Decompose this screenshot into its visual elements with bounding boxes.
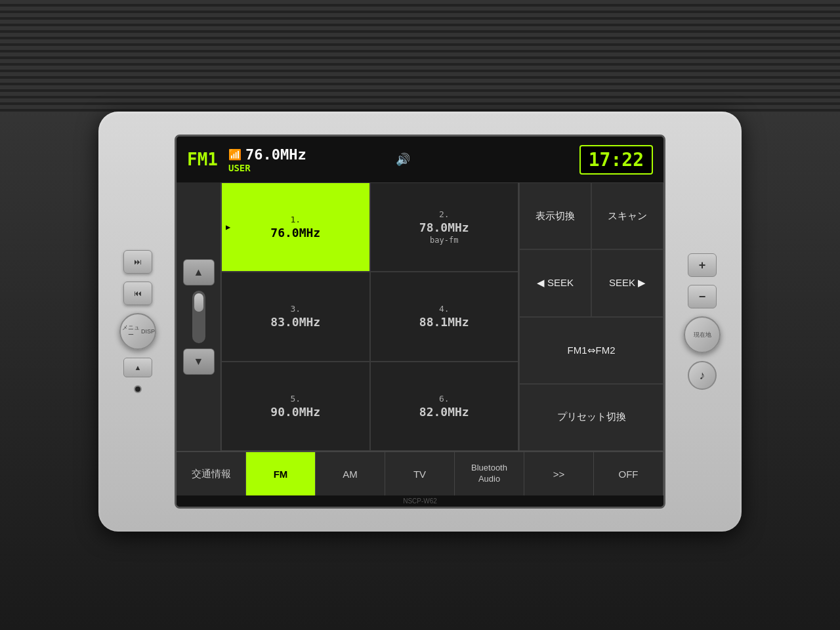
preset-2-name: bay-fm xyxy=(430,236,458,245)
tab-bluetooth-label: BluetoothAudio xyxy=(471,463,507,485)
tab-more[interactable]: >> xyxy=(524,452,594,495)
preset-3-freq: 83.0MHz xyxy=(270,315,320,329)
preset-6[interactable]: 6. 82.0MHz xyxy=(370,362,519,451)
scroll-control: ▲ ▼ xyxy=(177,182,221,451)
volume-up-button[interactable]: + xyxy=(688,253,717,277)
preset-4[interactable]: 4. 88.1MHz xyxy=(370,272,519,361)
disp-label: DISP xyxy=(141,328,155,335)
frequency-info: 📶 76.0MHz USER xyxy=(228,146,306,173)
tab-fm[interactable]: FM xyxy=(246,452,316,495)
preset-2-freq: 78.0MHz xyxy=(419,220,469,234)
head-unit: ⏭ ⏮ メニュー DISP ▲ FM1 📶 76.0MHz USER xyxy=(98,112,742,532)
eject-button[interactable]: ▲ xyxy=(123,358,152,377)
tab-off-label: OFF xyxy=(619,469,639,480)
scroll-up-button[interactable]: ▲ xyxy=(183,259,215,285)
preset-5-num: 5. xyxy=(290,394,301,404)
preset-4-freq: 88.1MHz xyxy=(419,315,469,329)
preset-1-freq: 76.0MHz xyxy=(270,226,320,240)
preset-switch-button[interactable]: プリセット切換 xyxy=(519,384,663,451)
preset-6-num: 6. xyxy=(439,394,450,404)
music-note-icon: ♪ xyxy=(700,369,705,383)
seek-left-button[interactable]: ◀ SEEK xyxy=(519,249,591,316)
tab-am-label: AM xyxy=(343,469,358,480)
frequency-value: 76.0MHz xyxy=(245,146,306,163)
tab-bar: 交通情報 FM AM TV BluetoothAudio >> xyxy=(177,451,663,495)
preset-2-num: 2. xyxy=(439,209,450,219)
skip-forward-button[interactable]: ⏭ xyxy=(123,250,152,274)
tab-traffic-label: 交通情報 xyxy=(192,468,231,480)
headphone-jack xyxy=(134,385,142,393)
scroll-down-button[interactable]: ▼ xyxy=(183,348,215,375)
model-label: NSCP-W62 xyxy=(177,495,663,507)
tab-more-label: >> xyxy=(553,469,565,480)
menu-disp-button[interactable]: メニュー DISP xyxy=(119,313,156,350)
antenna-icon: 📶 xyxy=(228,148,242,161)
tab-bluetooth[interactable]: BluetoothAudio xyxy=(455,452,524,495)
preset-5-freq: 90.0MHz xyxy=(270,405,320,419)
right-controls: + − 現在地 ♪ xyxy=(676,253,728,390)
tab-am[interactable]: AM xyxy=(316,452,385,495)
preset-6-freq: 82.0MHz xyxy=(419,405,469,419)
screen-header: FM1 📶 76.0MHz USER 🔊 17:22 xyxy=(177,136,663,182)
top-vent xyxy=(0,0,840,112)
fm-label: FM1 xyxy=(187,150,218,169)
left-controls: ⏭ ⏮ メニュー DISP ▲ xyxy=(112,250,164,393)
hyoji-button[interactable]: 表示切換 xyxy=(519,182,591,249)
tab-tv[interactable]: TV xyxy=(385,452,455,495)
scroll-thumb xyxy=(194,293,203,312)
preset-3[interactable]: 3. 83.0MHz xyxy=(221,272,370,361)
preset-2[interactable]: 2. 78.0MHz bay-fm xyxy=(370,182,519,272)
genzaichi-button[interactable]: 現在地 xyxy=(684,316,721,353)
dashboard-background: ⏭ ⏮ メニュー DISP ▲ FM1 📶 76.0MHz USER xyxy=(0,0,840,630)
user-label: USER xyxy=(228,163,306,173)
preset-1-num: 1. xyxy=(290,215,301,224)
screen: FM1 📶 76.0MHz USER 🔊 17:22 ▲ xyxy=(175,135,665,509)
presets-grid: ▶ 1. 76.0MHz 2. 78.0MHz bay-fm 3. 83.0MH… xyxy=(221,182,519,451)
seek-right-button[interactable]: SEEK ▶ xyxy=(591,249,663,316)
scroll-track xyxy=(192,291,205,343)
speaker-icon: 🔊 xyxy=(396,152,410,167)
fm1-fm2-button[interactable]: FM1⇔FM2 xyxy=(519,317,663,384)
right-panel: 表示切換 スキャン ◀ SEEK SEEK ▶ FM1⇔FM2 プリセット切換 xyxy=(519,182,663,451)
tab-tv-label: TV xyxy=(413,469,426,480)
menu-label: メニュー xyxy=(121,324,141,339)
genzaichi-label: 現在地 xyxy=(694,331,711,338)
music-button[interactable]: ♪ xyxy=(688,361,717,390)
tab-fm-label: FM xyxy=(274,469,288,480)
tab-traffic[interactable]: 交通情報 xyxy=(177,452,246,495)
frequency-main: 📶 76.0MHz xyxy=(228,146,306,163)
preset-3-num: 3. xyxy=(290,304,301,314)
tab-off[interactable]: OFF xyxy=(594,452,663,495)
skip-back-button[interactable]: ⏮ xyxy=(123,282,152,305)
preset-4-num: 4. xyxy=(439,304,450,314)
play-indicator: ▶ xyxy=(226,222,230,232)
scan-button[interactable]: スキャン xyxy=(591,182,663,249)
preset-5[interactable]: 5. 90.0MHz xyxy=(221,362,370,451)
volume-down-button[interactable]: − xyxy=(688,285,717,308)
preset-1[interactable]: ▶ 1. 76.0MHz xyxy=(221,182,370,272)
clock-display: 17:22 xyxy=(579,145,653,175)
screen-main: ▲ ▼ ▶ 1. 76.0MHz 2. 78.0MHz xyxy=(177,182,663,451)
